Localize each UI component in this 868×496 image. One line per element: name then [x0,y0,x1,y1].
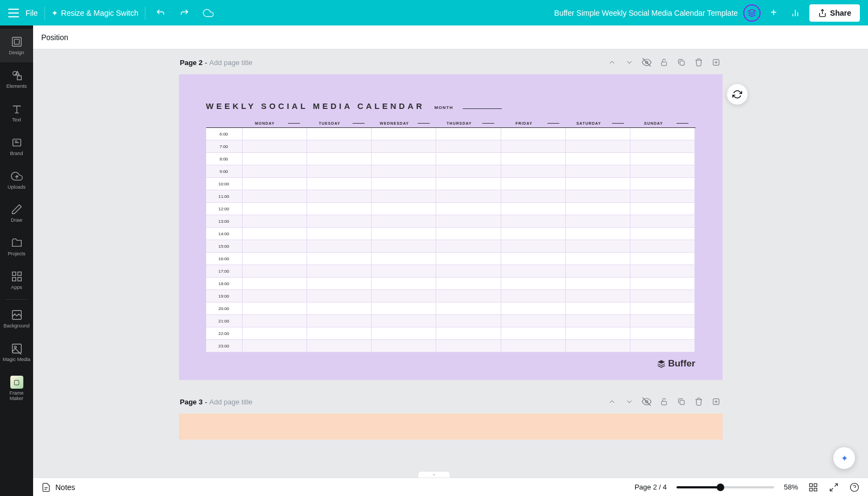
grid-cell[interactable] [242,190,307,203]
sidebar-item-draw[interactable]: Draw [0,196,33,230]
grid-cell[interactable] [436,128,500,140]
sidebar-item-frame-maker[interactable]: ▢ Frame Maker [0,369,33,408]
page-delete-button[interactable] [693,396,704,407]
grid-cell[interactable] [242,215,307,228]
grid-cell[interactable] [307,203,371,215]
grid-cell[interactable] [630,265,694,278]
analytics-button[interactable] [787,4,804,22]
grid-cell[interactable] [307,302,371,315]
grid-cell[interactable] [566,228,630,240]
grid-cell[interactable] [630,253,694,265]
grid-cell[interactable] [630,140,694,153]
grid-cell[interactable] [372,228,436,240]
grid-cell[interactable] [307,290,371,302]
grid-cell[interactable] [307,178,371,190]
grid-cell[interactable] [501,140,565,153]
grid-cell[interactable] [501,240,565,253]
grid-cell[interactable] [566,327,630,340]
sidebar-item-design[interactable]: Design [0,29,33,62]
help-button[interactable] [849,482,860,493]
grid-cell[interactable] [307,240,371,253]
grid-cell[interactable] [501,203,565,215]
grid-cell[interactable] [436,153,500,165]
grid-cell[interactable] [630,153,694,165]
grid-cell[interactable] [436,290,500,302]
grid-cell[interactable] [436,315,500,327]
page-duplicate-button[interactable] [676,57,687,68]
grid-cell[interactable] [307,340,371,352]
grid-cell[interactable] [566,140,630,153]
page-down-button[interactable] [624,57,635,68]
grid-cell[interactable] [630,128,694,140]
grid-cell[interactable] [242,302,307,315]
grid-cell[interactable] [436,140,500,153]
grid-cell[interactable] [436,340,500,352]
grid-cell[interactable] [436,278,500,290]
grid-cell[interactable] [307,327,371,340]
grid-cell[interactable] [630,203,694,215]
sidebar-item-apps[interactable]: Apps [0,263,33,297]
grid-cell[interactable] [501,190,565,203]
grid-cell[interactable] [436,302,500,315]
grid-cell[interactable] [307,215,371,228]
grid-cell[interactable] [242,315,307,327]
page-down-button[interactable] [624,396,635,407]
grid-cell[interactable] [372,190,436,203]
page-duplicate-button[interactable] [676,396,687,407]
grid-cell[interactable] [630,240,694,253]
grid-cell[interactable] [307,128,371,140]
page-hide-button[interactable] [641,57,652,68]
grid-cell[interactable] [372,278,436,290]
grid-cell[interactable] [630,315,694,327]
refresh-button[interactable] [727,84,748,105]
grid-cell[interactable] [501,315,565,327]
page-up-button[interactable] [607,396,617,407]
page-title-input[interactable]: Add page title [209,59,253,67]
page-canvas[interactable]: WEEKLY SOCIAL MEDIA CALENDAR MONTH MONDA… [179,74,723,380]
add-button[interactable]: + [766,5,781,21]
grid-cell[interactable] [630,165,694,178]
grid-cell[interactable] [372,153,436,165]
page-up-button[interactable] [607,57,617,68]
page-add-button[interactable] [711,396,722,407]
grid-cell[interactable] [501,340,565,352]
grid-cell[interactable] [436,165,500,178]
grid-cell[interactable] [566,215,630,228]
grid-cell[interactable] [501,327,565,340]
zoom-handle[interactable] [717,484,724,491]
grid-cell[interactable] [242,327,307,340]
grid-cell[interactable] [242,153,307,165]
grid-cell[interactable] [242,128,307,140]
grid-cell[interactable] [566,165,630,178]
file-menu[interactable]: File [25,9,38,17]
canvas-area[interactable]: Page 2 - Add page title WEEKLY SOCIAL ME [33,49,868,478]
grid-cell[interactable] [242,340,307,352]
grid-cell[interactable] [307,228,371,240]
grid-cell[interactable] [372,165,436,178]
sidebar-item-projects[interactable]: Projects [0,230,33,263]
page-title-input[interactable]: Add page title [209,398,253,406]
resize-magic-button[interactable]: ✦ Resize & Magic Switch [52,9,138,17]
grid-cell[interactable] [372,340,436,352]
assistant-button[interactable]: ✦ [833,447,855,469]
grid-cell[interactable] [501,253,565,265]
fullscreen-button[interactable] [828,482,839,493]
sidebar-item-brand[interactable]: Brand [0,130,33,163]
grid-cell[interactable] [566,128,630,140]
grid-cell[interactable] [436,327,500,340]
grid-cell[interactable] [372,253,436,265]
grid-cell[interactable] [307,278,371,290]
grid-cell[interactable] [307,140,371,153]
grid-cell[interactable] [566,315,630,327]
grid-cell[interactable] [436,203,500,215]
page-canvas-3[interactable] [179,414,723,440]
grid-cell[interactable] [566,265,630,278]
sidebar-item-text[interactable]: Text [0,96,33,130]
grid-cell[interactable] [501,265,565,278]
document-title[interactable]: Buffer Simple Weekly Social Media Calend… [554,9,738,17]
grid-cell[interactable] [372,302,436,315]
grid-cell[interactable] [372,265,436,278]
grid-cell[interactable] [501,178,565,190]
grid-cell[interactable] [372,327,436,340]
page-delete-button[interactable] [693,57,704,68]
